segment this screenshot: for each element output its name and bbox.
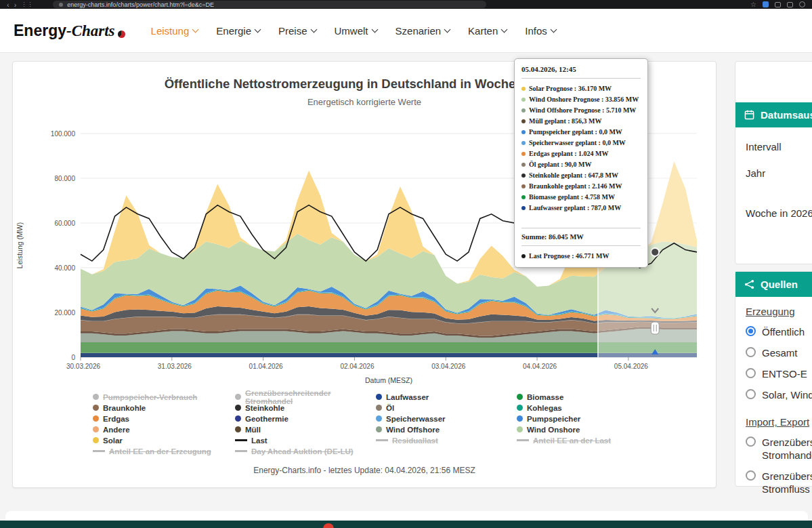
y-tick-label: 40.000 — [54, 264, 75, 272]
legend-item[interactable]: Öl — [376, 403, 517, 412]
radio-option-erzeugung[interactable]: Solar, Wind — [746, 388, 812, 401]
legend-label: Anteil EE an der Last — [533, 436, 611, 445]
legend-item[interactable]: Grenzüberschreitender Stromhandel — [235, 392, 376, 401]
series-bullet-icon — [521, 184, 526, 188]
x-tick-label: 03.04.2026 — [431, 363, 465, 370]
legend-item[interactable]: Anteil EE an der Last — [517, 436, 659, 445]
legend-item[interactable]: Andere — [93, 425, 235, 434]
legend-item[interactable]: Solar — [93, 436, 235, 445]
chevron-down-icon — [310, 26, 317, 33]
legend-dot-icon — [376, 405, 382, 411]
energy-charts-logo[interactable]: Energy-Charts — [14, 22, 125, 40]
legend-item[interactable]: Biomasse — [517, 392, 659, 401]
date-option-label[interactable]: Jahr — [746, 167, 812, 179]
legend-item[interactable]: Residuallast — [376, 436, 517, 445]
legend-dot-icon — [93, 437, 99, 443]
import-export-section-label[interactable]: Import, Export — [746, 416, 812, 428]
tooltip-row: Müll geplant : 856,3 MW — [521, 116, 641, 127]
forward-icon[interactable]: › — [14, 1, 17, 8]
nav-item-szenarien[interactable]: Szenarien — [396, 25, 450, 37]
chevron-down-icon — [501, 26, 508, 33]
nav-item-energie[interactable]: Energie — [216, 25, 260, 37]
legend-label: Pumpspeicher-Verbrauch — [103, 393, 197, 401]
series-bullet-icon — [521, 206, 526, 210]
legend-item[interactable]: Speicherwasser — [376, 414, 517, 423]
tooltip-row-text: Erdgas geplant : 1.024 MW — [529, 148, 609, 159]
legend-item[interactable]: Last — [235, 436, 376, 445]
y-axis-title: Leistung (MW) — [16, 222, 24, 268]
nav-item-umwelt[interactable]: Umwelt — [335, 25, 377, 37]
tab-overview-icon[interactable] — [775, 2, 781, 7]
hover-marker[interactable] — [651, 248, 659, 256]
bookmark-star-icon[interactable]: ☆ — [750, 1, 756, 8]
legend-label: Pumpspeicher — [527, 415, 580, 423]
logo-text-charts: -Charts — [66, 22, 115, 40]
extension-icon[interactable] — [763, 1, 769, 7]
date-option-label[interactable]: Intervall — [746, 141, 812, 153]
nav-item-label: Infos — [525, 25, 547, 37]
legend-item[interactable]: Kohlegas — [517, 403, 659, 412]
tooltip-row-text: Braunkohle geplant : 2.146 MW — [529, 181, 622, 192]
radio-option-erzeugung[interactable]: Gesamt — [746, 346, 812, 359]
nav-item-leistung[interactable]: Leistung — [151, 25, 198, 37]
series-bullet-icon — [521, 152, 526, 156]
tooltip-last-row: Last Prognose : 46.771 MW — [521, 251, 641, 262]
x-tick-label: 31.03.2026 — [158, 363, 192, 370]
radio-option-import[interactable]: Grenzüberschreitender Stromhandel — [746, 436, 812, 462]
radio-option-erzeugung[interactable]: Öffentlich — [746, 325, 812, 338]
legend-item[interactable]: Pumpspeicher-Verbrauch — [93, 392, 235, 401]
nav-item-karten[interactable]: Karten — [468, 25, 507, 37]
apps-grid-icon[interactable]: ⋮⋮ — [21, 1, 33, 7]
legend-item[interactable]: Wind Onshore — [517, 425, 659, 434]
radio-icon[interactable] — [746, 368, 756, 378]
profile-icon[interactable] — [799, 1, 805, 7]
legend-dot-icon — [517, 415, 523, 422]
radio-selected-icon[interactable] — [746, 326, 756, 336]
legend-item[interactable]: Wind Offshore — [376, 425, 517, 434]
legend-item[interactable]: Steinkohle — [235, 403, 376, 412]
page-root: ‹ › ⋮⋮ energy-charts.info/charts/power/c… — [0, 0, 812, 528]
legend-dot-icon — [517, 405, 523, 411]
drag-handle[interactable] — [651, 322, 659, 334]
legend-item[interactable]: Erdgas — [93, 414, 235, 423]
date-option-label[interactable]: Woche in 2026 — [746, 207, 812, 219]
series-bullet-icon — [521, 163, 526, 167]
series-bullet-icon — [521, 87, 526, 91]
erzeugung-section-label[interactable]: Erzeugung — [746, 306, 812, 317]
social-icon[interactable] — [323, 523, 334, 528]
back-icon[interactable]: ‹ — [7, 1, 9, 8]
legend-dot-icon — [93, 426, 99, 432]
radio-icon[interactable] — [746, 389, 756, 399]
window-icon[interactable] — [787, 2, 793, 7]
nav-item-preise[interactable]: Preise — [278, 25, 316, 37]
radio-label: ENTSO-E — [762, 367, 807, 380]
x-axis-title: Datum (MESZ) — [365, 376, 412, 384]
nav-item-label: Umwelt — [335, 25, 368, 37]
radio-icon[interactable] — [746, 470, 756, 481]
y-tick-label: 100.000 — [51, 130, 76, 138]
tooltip-row-text: Biomasse geplant : 4.758 MW — [529, 192, 615, 203]
legend-item[interactable]: Müll — [235, 425, 376, 434]
nav-item-infos[interactable]: Infos — [525, 25, 556, 37]
radio-icon[interactable] — [746, 347, 756, 357]
site-info-icon[interactable] — [59, 3, 63, 7]
legend-item[interactable]: Laufwasser — [376, 392, 517, 401]
legend-item[interactable]: Braunkohle — [93, 403, 235, 412]
address-bar[interactable]: energy-charts.info/charts/power/chart.ht… — [53, 1, 486, 8]
legend-item[interactable]: Geothermie — [235, 414, 376, 423]
date-selection-card: Datumsauswahl IntervallJahrWoche in 2026 — [735, 61, 812, 264]
date-selection-rows: IntervallJahrWoche in 2026 — [735, 127, 812, 219]
sources-card: Quellen Erzeugung ÖffentlichGesamtENTSO-… — [735, 271, 812, 487]
legend-dot-icon — [235, 426, 241, 432]
radio-option-import[interactable]: Grenzüberschreitender Stromfluss — [746, 470, 812, 495]
legend-label: Solar — [103, 436, 123, 445]
radio-option-erzeugung[interactable]: ENTSO-E — [746, 367, 812, 380]
radio-icon[interactable] — [746, 436, 756, 447]
legend-item[interactable]: Pumpspeicher — [517, 414, 659, 423]
legend-item[interactable]: Anteil EE an der Erzeugung — [93, 447, 235, 455]
tooltip-row: Speicherwasser geplant : 0,0 MW — [521, 138, 641, 148]
legend-item[interactable]: Day Ahead Auktion (DE-LU) — [235, 447, 376, 455]
main-nav: Energy-Charts LeistungEnergiePreiseUmwel… — [0, 9, 812, 53]
legend-label: Last — [251, 436, 268, 445]
series-bullet-icon — [521, 108, 526, 113]
